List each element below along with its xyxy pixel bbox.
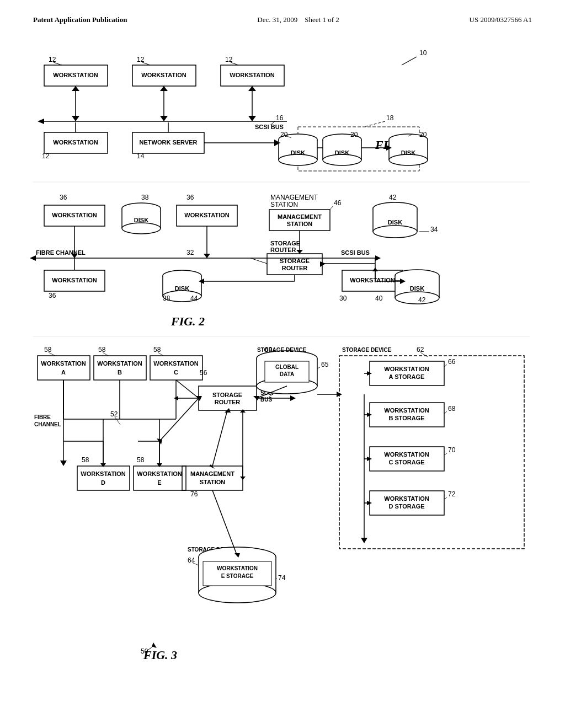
fig2-ws1-arrow-down	[71, 254, 78, 258]
fig3-ws-a-box	[38, 356, 90, 380]
fig3-ref50: 50	[141, 647, 148, 655]
fig1-ref20-1: 20	[280, 131, 288, 138]
fig2-disk4-bottom	[395, 292, 439, 304]
fig3-ref58-c: 58	[153, 346, 161, 354]
fig3-fibre-label2: CHANNEL	[34, 421, 61, 427]
fig3-ws-e-storage-label2: E STORAGE	[221, 573, 254, 579]
fig2-ref38: 38	[141, 194, 149, 201]
fig3-global-data-label2: DATA	[280, 371, 294, 377]
fig3-ref58-d: 58	[82, 456, 89, 464]
fig3-ref66: 66	[448, 358, 456, 366]
fig3-sd2-title: STORAGE DEVICE	[342, 347, 392, 353]
fig3-ref76: 76	[190, 490, 198, 498]
fig2-router-label-inner1: STORAGE	[280, 258, 310, 264]
fig2-router-label-inner2: ROUTER	[282, 265, 308, 271]
fig2-fibre-arrow-right	[375, 255, 381, 261]
fig3-fibre-label: FIBRE	[34, 414, 51, 420]
fig2-ref46: 46	[334, 199, 342, 207]
fig3-ws-a-storage-label1: WORKSTATION	[384, 366, 429, 372]
fig3-ref56: 56	[200, 369, 207, 377]
fig1-arrow-left	[38, 119, 44, 124]
fig3-ref74: 74	[278, 574, 286, 582]
fig1-ref16: 16	[276, 114, 284, 122]
fig3-ws-b-box	[94, 356, 146, 380]
svg-line-52	[49, 352, 55, 356]
svg-line-36	[250, 258, 267, 264]
fig2-ws4-label: WORKSTATION	[350, 277, 395, 283]
fig2-disk3-label: DISK	[175, 285, 189, 292]
fig1-arrow3-up	[248, 86, 256, 91]
fig3-ref50-arrow	[152, 643, 157, 648]
fig2-ref32: 32	[186, 249, 194, 256]
fig1-ref20-2: 20	[350, 131, 358, 138]
fig1-ref12-4: 12	[42, 152, 50, 160]
fig2-ref36-1: 36	[60, 194, 67, 201]
fig3-sd1-label: STORAGE DEVICE	[257, 347, 307, 353]
fig3-mgmt-label1: MANAGEMENT	[190, 470, 234, 477]
fig2-ref36-bot: 36	[49, 292, 56, 299]
fig3-ref68: 68	[448, 405, 456, 413]
fig3-global-data-label1: GLOBAL	[275, 364, 299, 370]
svg-line-11	[364, 121, 385, 127]
fig1-ref20-3: 20	[419, 131, 427, 138]
fig1-ws2-label: WORKSTATION	[141, 72, 186, 78]
fig3-ws-a-storage-label2: A STORAGE	[389, 373, 425, 380]
fig3-ws-d-box	[77, 466, 130, 490]
fig3-ws-c-storage-label1: WORKSTATION	[384, 451, 429, 458]
fig2-ws2-arrow-down	[204, 254, 210, 258]
fig2-ws1-label: WORKSTATION	[52, 212, 97, 218]
fig3-ref58-a: 58	[44, 346, 52, 354]
fig3-ref70: 70	[448, 446, 456, 454]
fig3-ws-b-storage-label1: WORKSTATION	[384, 407, 429, 414]
fig2-mgmt-label2: STATION	[270, 201, 298, 208]
fig2-ref42-1: 42	[389, 194, 397, 201]
fig2-ref44: 44	[190, 295, 198, 302]
fig2-disk1-bottom	[122, 223, 161, 234]
fig3-mgmt-up-arrow	[240, 409, 246, 413]
fig1-disk1-label: DISK	[291, 149, 305, 156]
fig1-ref12-1: 12	[49, 56, 56, 63]
fig1-ref14: 14	[137, 152, 145, 160]
fig1-ws3-label: WORKSTATION	[230, 72, 275, 78]
fig1-disk2-bottom	[323, 154, 361, 165]
svg-line-28	[330, 206, 333, 210]
fig3-ws-c-label1: WORKSTATION	[153, 360, 199, 367]
fig2-ws2-label: WORKSTATION	[184, 212, 230, 218]
svg-line-69	[212, 410, 227, 466]
fig1-ref18: 18	[386, 114, 394, 122]
fig3-ws-a-label2: A	[61, 369, 66, 376]
fig2-ref42-2: 42	[418, 296, 426, 304]
fig1-disk3-bottom	[389, 154, 428, 165]
fig2-fibre-arrow-left	[30, 255, 36, 261]
fig2-storage-router-label2: ROUTER	[270, 247, 296, 253]
fig3-ws-d-label2: D	[101, 479, 105, 486]
fig3-ws-e-storage-label1: WORKSTATION	[217, 565, 258, 571]
fig1-disk3-label: DISK	[401, 149, 415, 156]
fig2-mgmt-label-inner1: MANAGEMENT	[278, 213, 322, 220]
fig2-fibre-label: FIBRE CHANNEL	[36, 249, 86, 256]
fig3-ref58-b: 58	[98, 346, 106, 354]
fig2-mgmt-label-inner2: STATION	[287, 221, 313, 227]
fig2-disk4-label: DISK	[410, 285, 424, 292]
fig2-scsi-arrow	[320, 261, 326, 267]
fig1-arrow2-down	[160, 116, 168, 121]
page: Patent Application Publication Dec. 31, …	[0, 0, 565, 728]
diagrams-svg: FIG. 1 10 WORKSTATION 12 WORKSTATION 12 …	[0, 0, 565, 689]
fig3-ref58-e: 58	[137, 456, 145, 464]
fig3-ws-d-label1: WORKSTATION	[81, 470, 126, 477]
fig3-router-to-mgmt-arrow	[209, 464, 215, 469]
fig3-mgmt-down-arrow	[240, 477, 246, 480]
fig3-ref64: 64	[188, 556, 195, 564]
fig2-disk2-bottom	[373, 226, 417, 238]
fig3-ws-b-label1: WORKSTATION	[97, 360, 142, 367]
fig1-arrow3-down	[248, 116, 256, 121]
fig3-router-label1: STORAGE	[212, 392, 242, 398]
fig3-ref62: 62	[417, 346, 424, 354]
fig3-ws-e-label1: WORKSTATION	[137, 470, 182, 477]
fig1-ref10: 10	[419, 49, 427, 57]
fig1-ns-label: NETWORK SERVER	[140, 139, 198, 146]
fig2-mgmt-arrow-down	[296, 250, 303, 254]
fig2-ws3-label: WORKSTATION	[52, 277, 97, 283]
fig3-sd2-outer	[339, 356, 524, 549]
fig3-ref52: 52	[110, 410, 118, 418]
